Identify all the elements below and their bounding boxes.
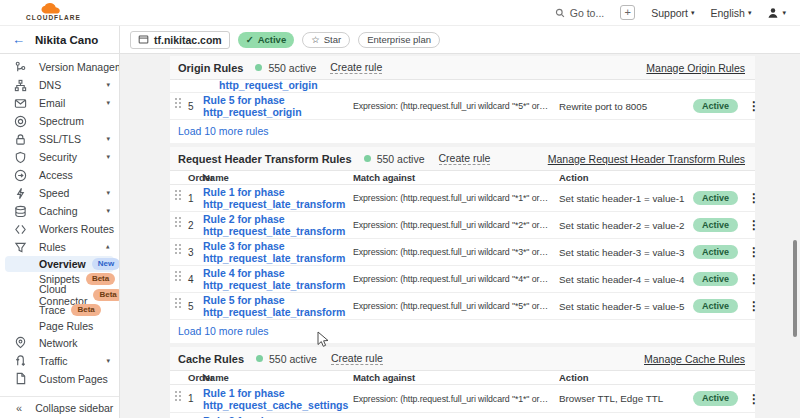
sidebar-item-rules-cloud-connector[interactable]: Cloud Connector Beta (0, 287, 119, 303)
sidebar-subitem-label: Page Rules (39, 320, 93, 332)
sidebar-item-network[interactable]: Network (0, 334, 119, 352)
chevron-down-icon: ▾ (106, 135, 110, 143)
table-row: 1 Rule 1 for phasehttp_request_cache_set… (170, 385, 755, 413)
rule-name-link[interactable]: Rule 1 for phasehttp_request_cache_setti… (203, 387, 351, 411)
rule-name-link[interactable]: Rule 3 for phasehttp_request_late_transf… (203, 240, 351, 264)
spectrum-icon (14, 115, 27, 128)
rule-action: Set static header-1 = value-1 (559, 193, 685, 204)
account-cell: ← Nikita Cano (0, 26, 120, 53)
rule-name-link[interactable]: Rule 5 for phasehttp_request_origin (203, 94, 351, 118)
sidebar-item-rules-trace[interactable]: Trace Beta (0, 303, 119, 319)
request-header-transform-rules-section: Request Header Transform Rules 550 activ… (170, 147, 755, 343)
active-count: 550 active (377, 153, 425, 165)
clipped-rule-row: http_request_origin (170, 80, 755, 93)
collapse-icon: « (16, 402, 22, 414)
back-arrow-icon[interactable]: ← (12, 32, 25, 47)
site-status-badge: ✓ Active (238, 32, 294, 48)
rule-expression: Expression: (http.request.full_uri wildc… (353, 247, 549, 257)
collapse-sidebar-button[interactable]: « Collapse sidebar (0, 396, 119, 418)
add-site-button[interactable]: + (620, 5, 635, 20)
sidebar-item-ssl-tls[interactable]: SSL/TLS ▾ (0, 130, 119, 148)
language-menu[interactable]: English ▾ (711, 7, 752, 19)
rule-action: Set static header-4 = value-4 (559, 274, 685, 285)
rule-action: Browser TTL, Edge TTL (559, 393, 685, 404)
user-menu[interactable]: ▾ (767, 7, 786, 19)
vertical-scrollbar[interactable] (793, 240, 797, 337)
sidebar-item-custom-pages[interactable]: Custom Pages (0, 370, 119, 388)
sidebar-item-spectrum[interactable]: Spectrum (0, 112, 119, 130)
rule-name-link[interactable]: Rule 1 for phasehttp_request_late_transf… (203, 186, 351, 210)
sidebar-item-version-management[interactable]: Version Management (0, 58, 119, 76)
sidebar-item-rules-page-rules[interactable]: Page Rules (0, 318, 119, 334)
lightning-icon (14, 187, 27, 200)
rule-name-line1: Rule 5 for phase (203, 94, 351, 106)
manage-origin-rules-link[interactable]: Manage Origin Rules (646, 62, 745, 74)
kebab-menu-icon[interactable]: ⋮ (748, 191, 760, 205)
sidebar-item-label: Caching (39, 205, 78, 217)
goto-label: Go to... (570, 7, 604, 19)
kebab-menu-icon[interactable]: ⋮ (748, 218, 760, 232)
sidebar-item-workers-routes[interactable]: Workers Routes (0, 220, 119, 238)
rule-expression: Expression: (http.request.full_uri wildc… (353, 301, 549, 311)
sidebar-item-security[interactable]: Security ▾ (0, 148, 119, 166)
sidebar-item-traffic[interactable]: Traffic ▾ (0, 352, 119, 370)
rule-name-link[interactable]: Rule 5 for phasehttp_request_late_transf… (203, 294, 351, 318)
collapse-label: Collapse sidebar (35, 402, 113, 414)
sidebar-item-email[interactable]: Email ▾ (0, 94, 119, 112)
rule-name-link[interactable]: Rule 2 for phasehttp_request_late_transf… (203, 213, 351, 237)
rule-name-link[interactable]: Rule 2 for phasehttp_request_cache_setti… (203, 415, 351, 418)
sidebar-item-label: DNS (39, 79, 61, 91)
plus-icon: + (625, 7, 631, 18)
sidebar-item-caching[interactable]: Caching ▾ (0, 202, 119, 220)
kebab-menu-icon[interactable]: ⋮ (748, 245, 760, 259)
rule-order: 1 (185, 193, 203, 204)
create-rule-link[interactable]: Create rule (330, 61, 382, 74)
access-icon (14, 169, 27, 182)
column-match-against: Match against (353, 172, 549, 183)
sidebar-item-rules-overview[interactable]: Overview New (5, 256, 114, 272)
sidebar-item-dns[interactable]: DNS ▾ (0, 76, 119, 94)
sidebar-item-label: Custom Pages (39, 373, 108, 385)
kebab-menu-icon[interactable]: ⋮ (748, 272, 760, 286)
plan-badge: Enterprise plan (358, 32, 440, 48)
sidebar-item-access[interactable]: Access (0, 166, 119, 184)
create-rule-link[interactable]: Create rule (439, 152, 491, 165)
rule-order: 5 (185, 301, 203, 312)
chevron-up-icon: ▾ (106, 243, 110, 251)
support-menu[interactable]: Support ▾ (651, 7, 694, 19)
chevron-down-icon: ▾ (106, 189, 110, 197)
rule-name-link[interactable]: Rule 4 for phasehttp_request_late_transf… (203, 267, 351, 291)
sidebar-item-label: Traffic (39, 355, 68, 367)
rule-name-line1: Rule 2 for phase (203, 415, 351, 418)
kebab-menu-icon[interactable]: ⋮ (748, 299, 760, 313)
rule-name-line2: http_request_origin (203, 106, 351, 118)
kebab-menu-icon[interactable]: ⋮ (748, 99, 760, 113)
cloudflare-logo[interactable]: CLOUDFLARE (26, 3, 81, 22)
sidebar-item-label: SSL/TLS (39, 133, 81, 145)
rule-action: Set static header-2 = value-2 (559, 220, 685, 231)
global-search[interactable]: Go to... (555, 7, 604, 19)
rule-name-line1: Rule 1 for phase (203, 186, 351, 198)
database-icon (14, 205, 27, 218)
sidebar-subitem-label: Overview (39, 258, 86, 270)
table-row: 2 Rule 2 for phasehttp_request_late_tran… (170, 212, 755, 239)
sidebar-item-speed[interactable]: Speed ▾ (0, 184, 119, 202)
rule-expression: Expression: (http.request.full_uri wildc… (353, 274, 549, 284)
rule-name-link[interactable]: http_request_origin (219, 80, 318, 92)
manage-transform-rules-link[interactable]: Manage Request Header Transform Rules (548, 153, 745, 165)
manage-cache-rules-link[interactable]: Manage Cache Rules (644, 353, 745, 365)
domain-selector[interactable]: tf.nikitac.com (130, 31, 230, 49)
star-button[interactable]: ☆ Star (302, 32, 350, 48)
email-icon (14, 97, 27, 110)
language-label: English (711, 7, 745, 19)
load-more-rules-link[interactable]: Load 10 more rules (170, 320, 755, 343)
chevron-down-icon: ▾ (106, 357, 110, 365)
load-more-rules-link[interactable]: Load 10 more rules (170, 120, 755, 143)
kebab-menu-icon[interactable]: ⋮ (748, 392, 760, 406)
user-icon (767, 7, 779, 19)
sidebar-item-rules[interactable]: Rules ▾ (0, 238, 119, 256)
status-badge: Active (693, 99, 738, 114)
rule-order: 3 (185, 247, 203, 258)
cloudflare-logo-text: CLOUDFLARE (26, 15, 81, 22)
create-rule-link[interactable]: Create rule (331, 352, 383, 365)
